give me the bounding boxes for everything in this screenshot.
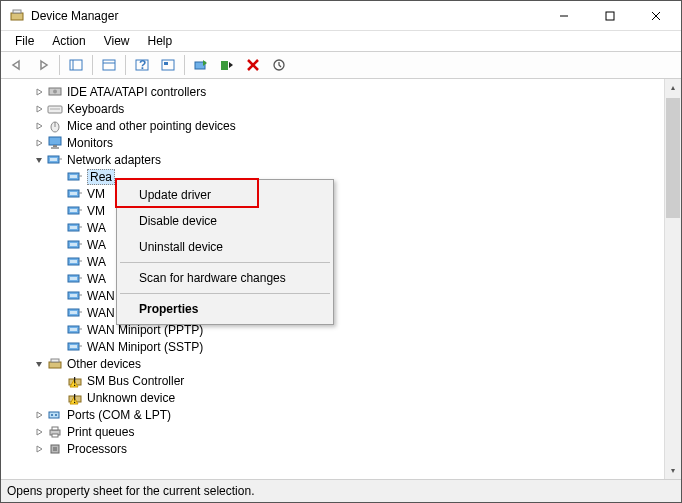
statusbar: Opens property sheet for the current sel… bbox=[1, 480, 681, 502]
toolbar-separator bbox=[184, 55, 185, 75]
collapse-icon[interactable] bbox=[33, 358, 45, 370]
help-button[interactable]: ? bbox=[130, 54, 154, 76]
tree-item[interactable]: Other devices bbox=[5, 355, 664, 372]
svg-rect-13 bbox=[164, 62, 168, 65]
scroll-track[interactable] bbox=[665, 96, 681, 462]
device-manager-window: Device Manager File Action View Help ? I… bbox=[0, 0, 682, 503]
toolbar-separator bbox=[59, 55, 60, 75]
menu-view[interactable]: View bbox=[96, 32, 138, 50]
svg-point-72 bbox=[55, 414, 57, 416]
tree-item[interactable]: !SM Bus Controller bbox=[5, 372, 664, 389]
show-hide-console-button[interactable] bbox=[64, 54, 88, 76]
net-icon bbox=[67, 237, 83, 253]
nav-back-button[interactable] bbox=[5, 54, 29, 76]
maximize-button[interactable] bbox=[587, 1, 633, 30]
uninstall-button[interactable] bbox=[241, 54, 265, 76]
context-menu-separator bbox=[120, 293, 330, 294]
svg-rect-35 bbox=[70, 192, 77, 195]
warn-icon: ! bbox=[67, 373, 83, 389]
menu-action[interactable]: Action bbox=[44, 32, 93, 50]
svg-rect-74 bbox=[52, 427, 58, 430]
svg-text:!: ! bbox=[73, 392, 76, 406]
scan-hardware-button[interactable] bbox=[267, 54, 291, 76]
no-expand bbox=[53, 205, 65, 217]
tree-item-label: IDE ATA/ATAPI controllers bbox=[67, 85, 206, 99]
tree-item[interactable]: Monitors bbox=[5, 134, 664, 151]
svg-rect-1 bbox=[13, 10, 21, 13]
tree-item[interactable]: WAN Miniport (Network Monitor) bbox=[5, 287, 664, 304]
context-menu-item[interactable]: Properties bbox=[119, 296, 331, 322]
vertical-scrollbar[interactable]: ▴ ▾ bbox=[664, 79, 681, 479]
scroll-up-button[interactable]: ▴ bbox=[665, 79, 681, 96]
svg-rect-38 bbox=[70, 209, 77, 212]
tree-item-label: Ports (COM & LPT) bbox=[67, 408, 171, 422]
printer-icon bbox=[47, 424, 63, 440]
menu-help[interactable]: Help bbox=[140, 32, 181, 50]
tree-item-label: Unknown device bbox=[87, 391, 175, 405]
close-button[interactable] bbox=[633, 1, 679, 30]
expand-icon[interactable] bbox=[33, 120, 45, 132]
expand-icon[interactable] bbox=[33, 443, 45, 455]
scroll-thumb[interactable] bbox=[666, 98, 680, 218]
collapse-icon[interactable] bbox=[33, 154, 45, 166]
net-icon bbox=[67, 186, 83, 202]
tree-item-label: Rea bbox=[87, 169, 115, 185]
status-text: Opens property sheet for the current sel… bbox=[7, 484, 254, 498]
tree-item[interactable]: VM bbox=[5, 202, 664, 219]
tree-item[interactable]: Rea bbox=[5, 168, 664, 185]
update-driver-button[interactable] bbox=[189, 54, 213, 76]
svg-rect-41 bbox=[70, 226, 77, 229]
svg-rect-15 bbox=[221, 61, 228, 70]
context-menu-item[interactable]: Scan for hardware changes bbox=[119, 265, 331, 291]
tree-item-label: VM bbox=[87, 187, 105, 201]
app-icon bbox=[9, 8, 25, 24]
svg-rect-29 bbox=[50, 158, 57, 161]
nav-forward-button[interactable] bbox=[31, 54, 55, 76]
tree-item[interactable]: Network adapters bbox=[5, 151, 664, 168]
no-expand bbox=[53, 290, 65, 302]
expand-icon[interactable] bbox=[33, 103, 45, 115]
tree-item[interactable]: !Unknown device bbox=[5, 389, 664, 406]
net-icon bbox=[67, 288, 83, 304]
tree-item[interactable]: VM bbox=[5, 185, 664, 202]
scan-button[interactable] bbox=[156, 54, 180, 76]
scroll-down-button[interactable]: ▾ bbox=[665, 462, 681, 479]
net-icon bbox=[67, 220, 83, 236]
expand-icon[interactable] bbox=[33, 86, 45, 98]
context-menu-item[interactable]: Uninstall device bbox=[119, 234, 331, 260]
disable-button[interactable] bbox=[215, 54, 239, 76]
expand-icon[interactable] bbox=[33, 426, 45, 438]
tree-item[interactable]: Ports (COM & LPT) bbox=[5, 406, 664, 423]
toolbar-separator bbox=[92, 55, 93, 75]
tree-item[interactable]: IDE ATA/ATAPI controllers bbox=[5, 83, 664, 100]
svg-point-20 bbox=[53, 89, 57, 93]
tree-item[interactable]: WA bbox=[5, 253, 664, 270]
svg-rect-75 bbox=[52, 434, 58, 437]
no-expand bbox=[53, 239, 65, 251]
tree-item[interactable]: Mice and other pointing devices bbox=[5, 117, 664, 134]
svg-rect-25 bbox=[49, 137, 61, 145]
svg-rect-6 bbox=[70, 60, 82, 70]
tree-item[interactable]: WA bbox=[5, 219, 664, 236]
tree-item[interactable]: Processors bbox=[5, 440, 664, 457]
svg-rect-65 bbox=[51, 359, 59, 362]
tree-item[interactable]: Keyboards bbox=[5, 100, 664, 117]
tree-item[interactable]: WAN Miniport (PPTP) bbox=[5, 321, 664, 338]
tree-item-label: WA bbox=[87, 238, 106, 252]
no-expand bbox=[53, 256, 65, 268]
expand-icon[interactable] bbox=[33, 137, 45, 149]
tree-item[interactable]: WA bbox=[5, 270, 664, 287]
expand-icon[interactable] bbox=[33, 409, 45, 421]
tree-item[interactable]: WAN Miniport (SSTP) bbox=[5, 338, 664, 355]
monitor-icon bbox=[47, 135, 63, 151]
tree-item[interactable]: WA bbox=[5, 236, 664, 253]
context-menu-item[interactable]: Update driver bbox=[119, 182, 331, 208]
minimize-button[interactable] bbox=[541, 1, 587, 30]
properties-button[interactable] bbox=[97, 54, 121, 76]
net-icon bbox=[67, 169, 83, 185]
menu-file[interactable]: File bbox=[7, 32, 42, 50]
tree-item[interactable]: WAN Miniport (PPPOE) bbox=[5, 304, 664, 321]
tree-item[interactable]: Print queues bbox=[5, 423, 664, 440]
context-menu-item[interactable]: Disable device bbox=[119, 208, 331, 234]
keyboard-icon bbox=[47, 101, 63, 117]
